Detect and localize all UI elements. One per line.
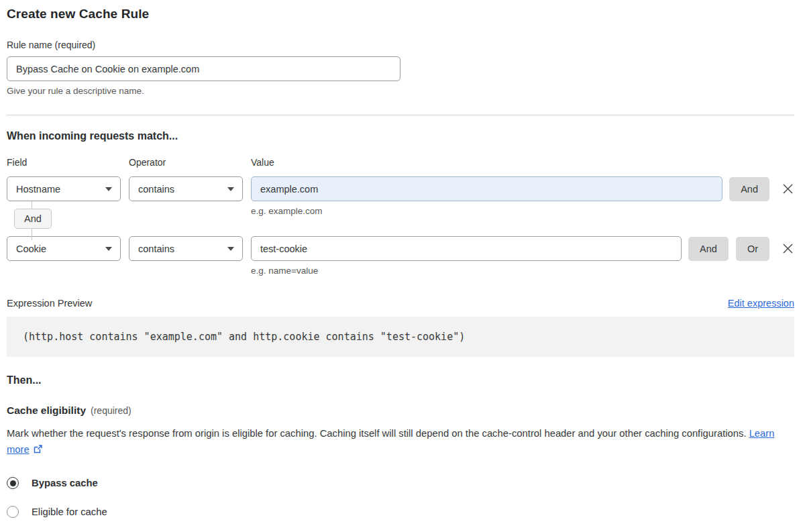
field-select-row1-value: Hostname (16, 184, 60, 195)
radio-option-bypass-cache[interactable]: Bypass cache (7, 477, 794, 489)
expression-preview-code: (http.host contains "example.com" and ht… (7, 317, 794, 357)
cache-eligibility-description: Mark whether the request's response from… (7, 425, 794, 459)
operator-select-row2-value: contains (138, 244, 174, 254)
condition-row-2: Cookie contains e.g. name=value And Or (7, 236, 794, 276)
operator-select-row1-value: contains (138, 184, 174, 195)
field-select-row2-value: Cookie (16, 244, 46, 254)
section-divider (7, 115, 794, 115)
bypass-cache-label: Bypass cache (32, 478, 98, 488)
rule-name-input[interactable] (7, 56, 400, 81)
required-note: (required) (91, 405, 131, 416)
create-cache-rule-form: Create new Cache Rule Rule name (require… (0, 7, 805, 518)
expression-preview-header: Expression Preview Edit expression (7, 298, 794, 309)
chevron-down-icon (227, 187, 234, 191)
remove-condition-button-row1[interactable] (782, 182, 794, 195)
condition-row-1: Hostname contains e.g. example.com And (7, 176, 794, 216)
or-button-row2[interactable]: Or (736, 237, 769, 261)
rule-name-label: Rule name (required) (7, 40, 794, 50)
value-column-row2: e.g. name=value (251, 236, 682, 276)
page-title: Create new Cache Rule (7, 7, 794, 21)
logic-buttons-row1: And (729, 176, 769, 201)
edit-expression-link[interactable]: Edit expression (728, 298, 794, 309)
radio-selected-icon[interactable] (7, 477, 19, 489)
operator-select-row2[interactable]: contains (129, 236, 243, 261)
field-select-row2[interactable]: Cookie (7, 236, 121, 261)
and-button-row1[interactable]: And (729, 177, 769, 201)
value-column-label: Value (251, 157, 794, 168)
chevron-down-icon (105, 187, 112, 191)
field-column-label: Field (7, 157, 129, 168)
cache-eligibility-title: Cache eligibility (7, 405, 86, 416)
chevron-down-icon (227, 247, 234, 251)
value-column-row1: e.g. example.com (251, 176, 722, 216)
close-icon (782, 182, 794, 195)
connector-and-chip[interactable]: And (14, 209, 52, 229)
operator-select-row1[interactable]: contains (129, 176, 243, 201)
remove-condition-button-row2[interactable] (782, 242, 794, 255)
expression-preview-label: Expression Preview (7, 298, 92, 309)
cache-eligibility-heading: Cache eligibility(required) (7, 405, 794, 417)
description-text: Mark whether the request's response from… (7, 428, 747, 439)
condition-column-labels: Field Operator Value (7, 157, 794, 168)
logic-buttons-row2: And Or (688, 236, 769, 261)
eligible-for-cache-label: Eligible for cache (32, 507, 107, 517)
external-link-icon (33, 443, 43, 459)
operator-column-label: Operator (129, 157, 251, 168)
radio-unselected-icon[interactable] (7, 506, 19, 518)
radio-option-eligible-for-cache[interactable]: Eligible for cache (7, 506, 794, 518)
chevron-down-icon (105, 247, 112, 251)
condition-builder: Hostname contains e.g. example.com And (7, 176, 794, 276)
value-hint-row1: e.g. example.com (251, 206, 722, 216)
rule-name-helper: Give your rule a descriptive name. (7, 86, 794, 96)
value-input-row2[interactable] (251, 236, 682, 261)
field-select-row1[interactable]: Hostname (7, 176, 121, 201)
match-section-heading: When incoming requests match... (7, 130, 794, 142)
close-icon (782, 242, 794, 255)
value-input-row1[interactable] (251, 176, 722, 201)
then-heading: Then... (7, 374, 794, 386)
value-hint-row2: e.g. name=value (251, 266, 682, 276)
and-button-row2[interactable]: And (688, 237, 729, 261)
